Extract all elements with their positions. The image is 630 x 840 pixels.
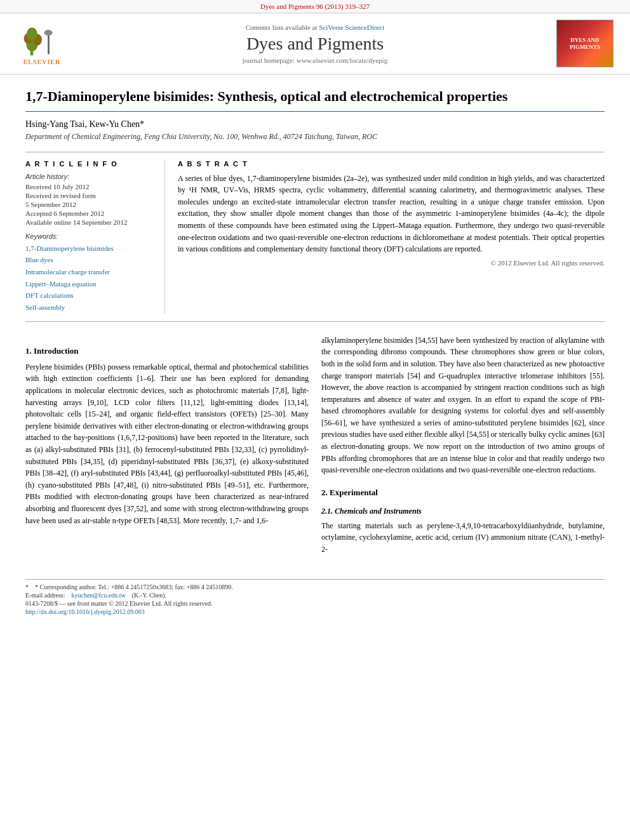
issn-text: 0143-7208/$ — see front matter © 2012 El… xyxy=(25,600,212,607)
sciverse-link: Contents lists available at SciVerse Sci… xyxy=(74,23,556,31)
body-left-column: 1. Introduction Perylene bisimides (PBIs… xyxy=(25,335,309,561)
article-footer: * * Corresponding author. Tel.: +886 4 2… xyxy=(25,579,605,620)
footer-corresponding-author: * * Corresponding author. Tel.: +886 4 2… xyxy=(25,583,605,590)
doi-link[interactable]: http://dx.doi.org/10.1016/j.dyepig.2012.… xyxy=(25,608,145,615)
body-two-column: 1. Introduction Perylene bisimides (PBIs… xyxy=(25,335,605,561)
article-info-column: A R T I C L E I N F O Article history: R… xyxy=(25,160,165,314)
section1-col1-text: Perylene bisimides (PBIs) possess remark… xyxy=(25,361,309,526)
svg-point-4 xyxy=(27,27,37,40)
keyword-2[interactable]: Blue dyes xyxy=(25,254,156,266)
revised-label: Received in revised form xyxy=(25,192,156,199)
journal-homepage: journal homepage: www.elsevier.com/locat… xyxy=(74,57,556,64)
journal-reference: Dyes and Pigments 96 (2013) 319–327 xyxy=(260,3,370,10)
journal-cover-area: DYES AND PIGMENTS xyxy=(556,20,620,67)
accepted-date: Accepted 6 September 2012 xyxy=(25,210,156,217)
journal-cover-image: DYES AND PIGMENTS xyxy=(556,20,613,67)
keyword-1[interactable]: 1,7-Diaminoperylene bisimides xyxy=(25,243,156,255)
received-date: Received 10 July 2012 xyxy=(25,183,156,190)
keyword-6[interactable]: Self-assembly xyxy=(25,302,156,314)
copyright-line: © 2012 Elsevier Ltd. All rights reserved… xyxy=(178,259,605,267)
journal-header-center: Contents lists available at SciVerse Sci… xyxy=(74,23,556,64)
abstract-column: A B S T R A C T A series of blue dyes, 1… xyxy=(178,160,605,314)
cover-title: DYES AND PIGMENTS xyxy=(557,37,613,51)
journal-header: ELSEVIER Contents lists available at Sci… xyxy=(0,13,630,75)
abstract-label: A B S T R A C T xyxy=(178,160,605,168)
elsevier-label: ELSEVIER xyxy=(23,58,61,65)
article-title: 1,7-Diaminoperylene bisimides: Synthesis… xyxy=(25,88,605,112)
journal-reference-bar: Dyes and Pigments 96 (2013) 319–327 xyxy=(0,0,630,13)
footnote-star: * xyxy=(25,583,29,590)
footer-email-row: E-mail address: kyuchen@fcu.edu.tw (K.-Y… xyxy=(25,592,605,599)
svg-rect-5 xyxy=(48,34,50,54)
article-affiliation: Department of Chemical Engineering, Feng… xyxy=(25,132,605,142)
author-email[interactable]: kyuchen@fcu.edu.tw xyxy=(71,592,125,599)
sciverse-hyperlink[interactable]: SciVerse ScienceDirect xyxy=(319,23,384,31)
article-info-label: A R T I C L E I N F O xyxy=(25,160,156,168)
keywords-list: 1,7-Diaminoperylene bisimides Blue dyes … xyxy=(25,243,156,314)
section1-heading: 1. Introduction xyxy=(25,345,309,357)
keyword-4[interactable]: Lippert–Mataga equation xyxy=(25,278,156,290)
email-suffix: (K.-Y. Chen). xyxy=(132,592,166,599)
history-label: Article history: xyxy=(25,173,156,180)
body-right-column: alkylaminoperylene bisimides [54,55] hav… xyxy=(321,335,605,561)
keywords-label: Keywords: xyxy=(25,232,156,240)
available-date: Available online 14 September 2012 xyxy=(25,218,156,226)
footer-issn-row: 0143-7208/$ — see front matter © 2012 El… xyxy=(25,600,605,607)
page: Dyes and Pigments 96 (2013) 319–327 ELSE… xyxy=(0,0,630,840)
elsevier-tree-icon xyxy=(23,22,61,57)
section2-heading: 2. Experimental xyxy=(321,486,605,499)
elsevier-logo-area: ELSEVIER xyxy=(10,22,74,65)
info-abstract-row: A R T I C L E I N F O Article history: R… xyxy=(25,152,605,322)
email-label: E-mail address: xyxy=(25,592,65,599)
authors-text: Hsing-Yang Tsai, Kew-Yu Chen* xyxy=(25,119,144,129)
section1-col2-text: alkylaminoperylene bisimides [54,55] hav… xyxy=(321,335,605,476)
article-content: 1,7-Diaminoperylene bisimides: Synthesis… xyxy=(0,75,630,579)
abstract-text: A series of blue dyes, 1,7-diaminoperyle… xyxy=(178,173,605,255)
section2-1-text: The starting materials such as perylene-… xyxy=(321,520,605,556)
journal-title: Dyes and Pigments xyxy=(74,34,556,54)
corresponding-author-text: * Corresponding author. Tel.: +886 4 245… xyxy=(35,583,233,590)
footer-doi-row: http://dx.doi.org/10.1016/j.dyepig.2012.… xyxy=(25,608,605,615)
revised-date: 5 September 2012 xyxy=(25,201,156,208)
keyword-3[interactable]: Intramolecular charge transfer xyxy=(25,266,156,278)
article-authors: Hsing-Yang Tsai, Kew-Yu Chen* xyxy=(25,119,605,130)
svg-point-6 xyxy=(44,29,53,35)
elsevier-logo: ELSEVIER xyxy=(10,22,74,65)
section2-1-heading: 2.1. Chemicals and Instruments xyxy=(321,505,605,517)
keyword-5[interactable]: DFT calculations xyxy=(25,290,156,302)
